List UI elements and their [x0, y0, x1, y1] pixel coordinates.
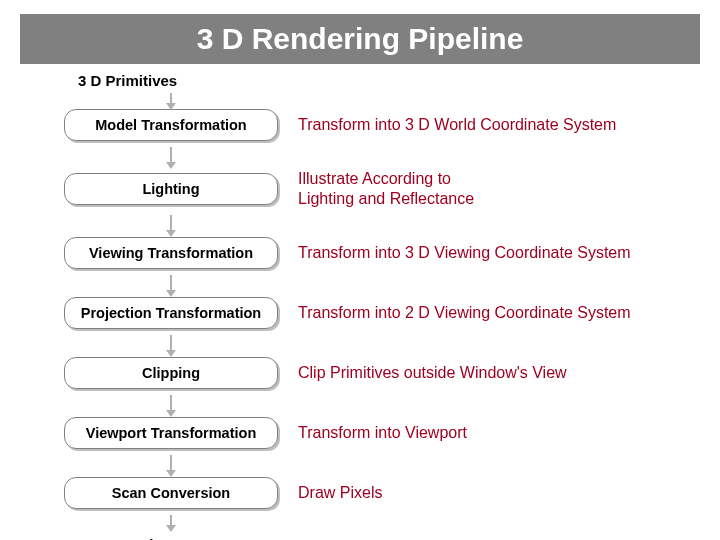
arrow	[64, 455, 278, 477]
arrow	[64, 335, 278, 357]
arrow	[64, 147, 278, 169]
arrow	[64, 275, 278, 297]
stage-lighting: Lighting	[64, 173, 278, 205]
output-label: Image	[64, 535, 278, 540]
stage-desc: Transform into Viewport	[298, 423, 467, 443]
arrow	[64, 515, 278, 533]
stage-viewing-transformation: Viewing Transformation	[64, 237, 278, 269]
stage-row: Projection Transformation Transform into…	[64, 297, 680, 329]
stage-scan-conversion: Scan Conversion	[64, 477, 278, 509]
stage-desc: Transform into 3 D World Coordinate Syst…	[298, 115, 616, 135]
stage-clipping: Clipping	[64, 357, 278, 389]
slide-title: 3 D Rendering Pipeline	[20, 14, 700, 64]
stage-model-transformation: Model Transformation	[64, 109, 278, 141]
stage-desc: Clip Primitives outside Window's View	[298, 363, 567, 383]
stage-row: Viewport Transformation Transform into V…	[64, 417, 680, 449]
stage-row: Viewing Transformation Transform into 3 …	[64, 237, 680, 269]
stage-row: Scan Conversion Draw Pixels	[64, 477, 680, 509]
arrow	[64, 93, 278, 109]
pipeline-diagram: 3 D Primitives Model Transformation Tran…	[0, 72, 720, 540]
stage-desc: Illustrate According toLighting and Refl…	[298, 169, 474, 209]
stage-row: Model Transformation Transform into 3 D …	[64, 109, 680, 141]
arrow	[64, 215, 278, 237]
stage-desc: Draw Pixels	[298, 483, 382, 503]
arrow	[64, 395, 278, 417]
stage-desc: Transform into 3 D Viewing Coordinate Sy…	[298, 243, 631, 263]
stage-row: Lighting Illustrate According toLighting…	[64, 169, 680, 209]
input-label: 3 D Primitives	[78, 72, 680, 89]
stage-projection-transformation: Projection Transformation	[64, 297, 278, 329]
stage-viewport-transformation: Viewport Transformation	[64, 417, 278, 449]
stage-row: Clipping Clip Primitives outside Window'…	[64, 357, 680, 389]
stage-desc: Transform into 2 D Viewing Coordinate Sy…	[298, 303, 631, 323]
